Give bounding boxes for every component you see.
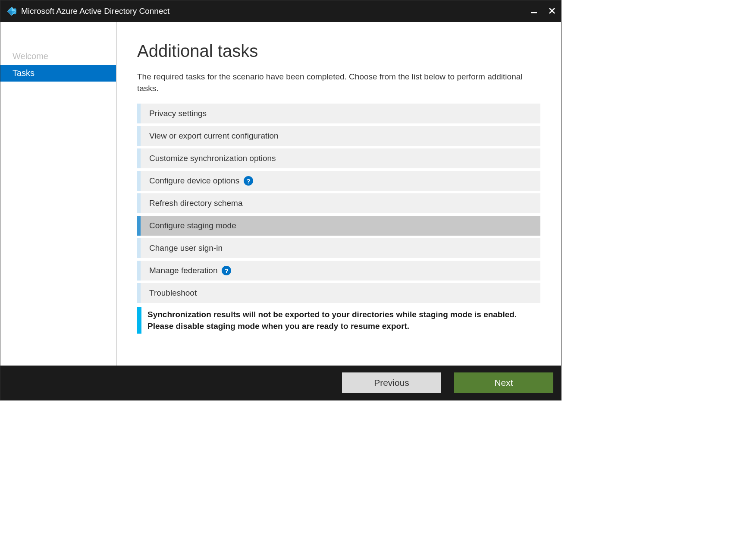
task-label: Customize synchronization options	[141, 154, 276, 163]
task-change-user-sign-in[interactable]: Change user sign-in	[137, 238, 540, 258]
task-accent-bar	[137, 283, 141, 303]
task-label: Troubleshoot	[141, 288, 197, 298]
task-label: Configure device options	[141, 176, 239, 186]
help-icon[interactable]: ?	[244, 176, 253, 186]
task-accent-bar	[137, 126, 141, 146]
task-customize-sync[interactable]: Customize synchronization options	[137, 148, 540, 168]
task-troubleshoot[interactable]: Troubleshoot	[137, 283, 540, 303]
app-icon	[6, 6, 17, 16]
page-description: The required tasks for the scenario have…	[137, 71, 540, 94]
svg-rect-6	[531, 12, 537, 13]
minimize-icon[interactable]	[531, 7, 537, 15]
task-refresh-schema[interactable]: Refresh directory schema	[137, 193, 540, 213]
task-accent-bar	[137, 171, 141, 191]
task-list: Privacy settings View or export current …	[137, 104, 540, 303]
task-label: Refresh directory schema	[141, 199, 242, 208]
info-banner-text: Synchronization results will not be expo…	[141, 307, 540, 334]
previous-button[interactable]: Previous	[342, 372, 441, 393]
sidebar-item-label: Welcome	[13, 51, 48, 61]
task-label: Change user sign-in	[141, 243, 223, 253]
info-banner-bar	[137, 307, 141, 334]
sidebar: Welcome Tasks	[0, 22, 116, 366]
task-accent-bar	[137, 193, 141, 213]
task-manage-federation[interactable]: Manage federation ?	[137, 261, 540, 281]
next-button[interactable]: Next	[454, 372, 553, 393]
task-accent-bar	[137, 261, 141, 281]
sidebar-item-tasks[interactable]: Tasks	[0, 65, 116, 82]
page-title: Additional tasks	[137, 41, 540, 61]
svg-marker-5	[7, 11, 12, 16]
sidebar-item-label: Tasks	[13, 68, 35, 78]
task-configure-device-options[interactable]: Configure device options ?	[137, 171, 540, 191]
content-pane: Additional tasks The required tasks for …	[116, 22, 561, 366]
sidebar-item-welcome[interactable]: Welcome	[0, 48, 116, 65]
task-privacy-settings[interactable]: Privacy settings	[137, 104, 540, 123]
task-view-export-config[interactable]: View or export current configuration	[137, 126, 540, 146]
window-title: Microsoft Azure Active Directory Connect	[21, 6, 531, 16]
task-label: Privacy settings	[141, 109, 207, 118]
info-banner: Synchronization results will not be expo…	[137, 307, 540, 334]
task-label: Manage federation	[141, 266, 217, 275]
titlebar: Microsoft Azure Active Directory Connect	[0, 0, 561, 22]
task-configure-staging-mode[interactable]: Configure staging mode	[137, 216, 540, 236]
help-icon[interactable]: ?	[222, 266, 231, 275]
window-controls	[531, 7, 555, 15]
task-label: Configure staging mode	[141, 221, 236, 230]
footer: Previous Next	[0, 366, 561, 400]
task-accent-bar	[137, 238, 141, 258]
task-accent-bar	[137, 104, 141, 123]
task-label: View or export current configuration	[141, 131, 279, 141]
body-area: Welcome Tasks Additional tasks The requi…	[0, 22, 561, 366]
close-icon[interactable]	[549, 7, 555, 15]
task-accent-bar	[137, 148, 141, 168]
task-accent-bar	[137, 216, 141, 236]
app-window: Microsoft Azure Active Directory Connect	[0, 0, 562, 401]
